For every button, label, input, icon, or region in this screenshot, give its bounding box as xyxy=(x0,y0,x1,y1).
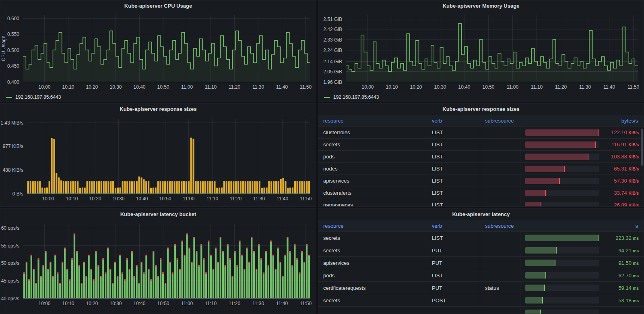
cell-resource: namespaces xyxy=(318,199,427,206)
column-header-subresource[interactable]: subresource xyxy=(480,118,520,124)
cell-subresource xyxy=(480,294,520,306)
svg-text:11:20: 11:20 xyxy=(229,301,240,306)
cpu-legend[interactable]: 192.168.197.85:6443 xyxy=(0,92,316,102)
table-row: secretsLIST223.32 ms xyxy=(318,232,644,244)
svg-text:2.05 GiB: 2.05 GiB xyxy=(323,69,342,75)
panel-title-cpu[interactable]: Kube-apiserver CPU Usage xyxy=(0,0,316,12)
cell-value: 91.50 ms xyxy=(603,260,639,266)
svg-text:10:40: 10:40 xyxy=(458,84,470,90)
gauge-bar xyxy=(525,178,560,184)
panel-title-response-sizes-table[interactable]: Kube-apiserver response sizes xyxy=(318,104,644,115)
cell-value: 122.10 KiB/s xyxy=(603,129,639,135)
gauge-track xyxy=(525,141,599,148)
table-row: secretsPUT94.21 ms xyxy=(318,244,644,257)
table-row: podsLIST103.88 KiB/s xyxy=(318,151,644,163)
cell-subresource: status xyxy=(480,282,520,294)
svg-text:11:00: 11:00 xyxy=(183,196,194,202)
svg-text:10:30: 10:30 xyxy=(109,301,122,306)
svg-text:10:40: 10:40 xyxy=(133,84,145,90)
cell-subresource xyxy=(480,175,520,187)
column-header-subresource[interactable]: subresource xyxy=(480,223,520,229)
column-header-seconds[interactable]: s xyxy=(520,223,644,229)
cell-resource: clusteralerts xyxy=(318,187,427,199)
legend-series-label: 192.168.197.85:6443 xyxy=(15,94,61,100)
cell-subresource xyxy=(480,151,520,162)
table-row: secretsLIST116.91 KiB/s xyxy=(318,139,644,151)
cell-verb: PUT xyxy=(427,244,480,256)
cell-resource: certificaterequests xyxy=(318,282,427,294)
gauge-bar xyxy=(525,297,543,304)
svg-text:11:50: 11:50 xyxy=(300,196,312,202)
svg-text:11:50: 11:50 xyxy=(300,301,312,306)
column-header-verb[interactable]: verb xyxy=(427,223,480,229)
chart-svg: 0.6000.5500.5000.4500.40010:0010:1010:20… xyxy=(0,12,316,92)
svg-text:55 ops/s: 55 ops/s xyxy=(1,243,19,249)
response-sizes-chart[interactable]: 1.43 MiB/s977 KiB/s488 KiB/s0 B/s10:0010… xyxy=(0,115,316,207)
memory-usage-chart[interactable]: 2.51 GiB2.42 GiB2.33 GiB2.24 GiB2.14 GiB… xyxy=(318,12,644,92)
cell-resource: apiservices xyxy=(318,257,427,269)
cpu-usage-chart[interactable]: 0.6000.5500.5000.4500.40010:0010:1010:20… xyxy=(0,12,316,92)
column-header-resource[interactable]: resource xyxy=(318,118,427,124)
cell-value: 53.18 ms xyxy=(603,297,639,304)
svg-text:10:20: 10:20 xyxy=(86,301,98,306)
cell-subresource xyxy=(480,199,520,206)
gauge-track xyxy=(525,166,599,172)
svg-text:11:00: 11:00 xyxy=(181,84,193,90)
svg-text:11:00: 11:00 xyxy=(507,84,518,90)
cell-subresource xyxy=(480,163,520,175)
svg-text:11:20: 11:20 xyxy=(229,84,240,90)
svg-text:10:30: 10:30 xyxy=(109,84,122,90)
table-row: clusteralertsLIST33.74 KiB/s xyxy=(318,187,644,199)
svg-text:10:20: 10:20 xyxy=(89,196,101,202)
gauge-track xyxy=(525,310,599,314)
cell-value: 57.30 KiB/s xyxy=(603,178,639,184)
svg-text:11:10: 11:10 xyxy=(205,84,217,90)
cell-verb: PUT xyxy=(427,257,480,269)
table-row: nodesLIST65.31 KiB/s xyxy=(318,163,644,175)
latency-bucket-chart[interactable]: 60 ops/s55 ops/s50 ops/s45 ops/s40 ops/s… xyxy=(0,220,316,314)
svg-text:10:10: 10:10 xyxy=(62,84,74,90)
svg-text:11:50: 11:50 xyxy=(300,84,312,90)
panel-latency-table: Kube-apiserver latency resource verb sub… xyxy=(318,208,644,314)
cell-gauge: 59.14 ms xyxy=(520,282,644,294)
table-scrollbar[interactable] xyxy=(641,129,643,166)
svg-text:40 ops/s: 40 ops/s xyxy=(1,296,19,302)
gauge-track xyxy=(525,154,599,160)
gauge-bar xyxy=(525,202,541,207)
svg-text:10:50: 10:50 xyxy=(159,196,171,202)
cell-gauge: 94.21 ms xyxy=(520,244,644,256)
cell-subresource xyxy=(480,244,520,256)
cell-gauge: 62.70 ms xyxy=(520,269,644,281)
memory-legend[interactable]: 192.168.197.85:6443 xyxy=(318,92,644,102)
panel-cpu-usage: Kube-apiserver CPU Usage 0.6000.5500.500… xyxy=(0,0,316,102)
column-header-bytes[interactable]: bytes/s xyxy=(520,118,644,124)
svg-text:2.51 GiB: 2.51 GiB xyxy=(323,17,342,22)
gauge-bar xyxy=(525,285,545,291)
cell-verb: LIST xyxy=(427,199,480,206)
gauge-bar xyxy=(525,154,588,160)
column-header-resource[interactable]: resource xyxy=(318,223,427,229)
legend-series-dash-icon xyxy=(324,97,330,98)
cell-verb xyxy=(427,307,480,314)
svg-text:10:00: 10:00 xyxy=(38,301,50,306)
cell-gauge: 103.88 KiB/s xyxy=(520,151,644,162)
svg-text:10:10: 10:10 xyxy=(62,301,74,306)
gauge-track xyxy=(525,178,599,184)
cell-verb: LIST xyxy=(427,187,480,199)
svg-text:1.43 MiB/s: 1.43 MiB/s xyxy=(0,120,23,126)
cell-gauge: 122.10 KiB/s xyxy=(520,127,644,138)
table-row: apiservicesPUT91.50 ms xyxy=(318,257,644,269)
table-row: secretsPOST53.18 ms xyxy=(318,294,644,307)
cell-value: 103.88 KiB/s xyxy=(603,154,639,160)
svg-text:10:40: 10:40 xyxy=(136,196,148,202)
panel-title-memory[interactable]: Kube-apiserver Memory Usage xyxy=(318,0,644,12)
gauge-bar xyxy=(525,190,546,196)
panel-title-latency-table[interactable]: Kube-apiserver latency xyxy=(318,209,644,220)
gauge-bar xyxy=(525,166,565,172)
svg-text:11:40: 11:40 xyxy=(277,196,288,202)
column-header-verb[interactable]: verb xyxy=(427,118,480,124)
panel-title-latency-bucket[interactable]: Kube-apiserver latency bucket xyxy=(0,209,316,220)
gauge-bar xyxy=(525,310,541,314)
cell-gauge: 91.50 ms xyxy=(520,257,644,269)
panel-title-response-sizes[interactable]: Kube-apiserver response sizes xyxy=(0,104,316,115)
